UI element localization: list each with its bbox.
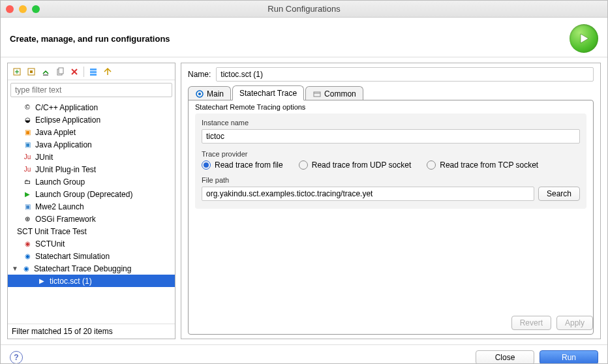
details-panel: Name: Main Statechart Trace Common State…: [181, 63, 601, 339]
tree-item[interactable]: JuJUnit: [8, 151, 175, 163]
run-button[interactable]: Run: [540, 350, 598, 364]
svg-point-15: [198, 93, 201, 95]
file-path-label: File path: [202, 176, 580, 184]
expand-icon: ▼: [12, 265, 18, 272]
svg-rect-5: [30, 70, 33, 73]
tab-main[interactable]: Main: [188, 86, 231, 100]
collapse-icon[interactable]: [101, 65, 114, 78]
tree-item[interactable]: ◉SCTUnit: [8, 237, 175, 250]
tree-item[interactable]: ⊕OSGi Framework: [8, 213, 175, 225]
radio-read-tcp[interactable]: Read trace from TCP socket: [427, 160, 538, 170]
tree-item[interactable]: ▣Java Application: [8, 138, 175, 151]
main-tab-icon: [195, 89, 204, 99]
instance-name-input[interactable]: [202, 129, 580, 144]
tree-item[interactable]: ◒Eclipse Application: [8, 114, 175, 126]
svg-marker-0: [581, 34, 588, 43]
left-toolbar: [8, 63, 175, 80]
svg-rect-6: [43, 74, 48, 76]
delete-icon[interactable]: [68, 65, 81, 78]
minimize-window-icon[interactable]: [19, 5, 27, 13]
group-label: Statechart Remote Tracing options: [189, 103, 593, 114]
close-button[interactable]: Close: [476, 350, 534, 364]
tree-item[interactable]: ▶Launch Group (Deprecated): [8, 188, 175, 200]
tree-item[interactable]: ▼◉Statechart Trace Debugging: [8, 262, 175, 275]
tree-item[interactable]: SCT Unit Trace Test: [8, 225, 175, 237]
search-button[interactable]: Search: [538, 187, 580, 201]
trace-provider-label: Trace provider: [202, 150, 580, 158]
close-window-icon[interactable]: [6, 5, 14, 13]
svg-rect-12: [90, 71, 97, 73]
tab-statechart-trace[interactable]: Statechart Trace: [232, 85, 304, 100]
common-tab-icon: [312, 89, 322, 99]
filter-icon[interactable]: [87, 65, 100, 78]
filter-count: Filter matched 15 of 20 items: [8, 324, 175, 339]
radio-read-file[interactable]: Read trace from file: [202, 160, 283, 170]
apply-button: Apply: [556, 316, 593, 330]
tab-common[interactable]: Common: [305, 86, 363, 100]
window-title: Run Configurations: [1, 4, 607, 14]
new-config-icon[interactable]: [10, 65, 23, 78]
tree-item[interactable]: JuJUnit Plug-in Test: [8, 163, 175, 175]
svg-rect-13: [90, 74, 97, 76]
tab-bar: Main Statechart Trace Common: [188, 85, 594, 100]
svg-rect-16: [314, 92, 320, 97]
help-icon[interactable]: ?: [10, 351, 23, 364]
config-tree[interactable]: ©C/C++ Application ◒Eclipse Application …: [8, 100, 175, 324]
tree-item[interactable]: ▣Java Applet: [8, 126, 175, 138]
svg-rect-8: [59, 68, 63, 74]
page-title: Create, manage, and run configurations: [10, 34, 170, 44]
run-logo-icon: [570, 24, 598, 53]
revert-button: Revert: [511, 316, 551, 330]
duplicate-icon[interactable]: [53, 65, 67, 78]
tree-item[interactable]: ▣Mwe2 Launch: [8, 200, 175, 213]
tree-item[interactable]: 🗀Launch Group: [8, 175, 175, 188]
new-proto-icon[interactable]: [25, 65, 38, 78]
name-input[interactable]: [216, 67, 594, 82]
file-path-input[interactable]: [202, 187, 534, 201]
name-label: Name:: [188, 70, 211, 79]
svg-rect-11: [90, 68, 97, 70]
radio-read-udp[interactable]: Read trace from UDP socket: [299, 160, 412, 170]
zoom-window-icon[interactable]: [32, 5, 40, 13]
configurations-panel: ©C/C++ Application ◒Eclipse Application …: [7, 63, 175, 339]
tree-item[interactable]: ©C/C++ Application: [8, 101, 175, 114]
instance-name-label: Instance name: [202, 119, 580, 127]
filter-input[interactable]: [10, 83, 172, 97]
tree-item[interactable]: ◉Statechart Simulation: [8, 250, 175, 262]
tree-item-selected[interactable]: ▶tictoc.sct (1): [8, 275, 175, 287]
export-icon[interactable]: [39, 65, 52, 78]
